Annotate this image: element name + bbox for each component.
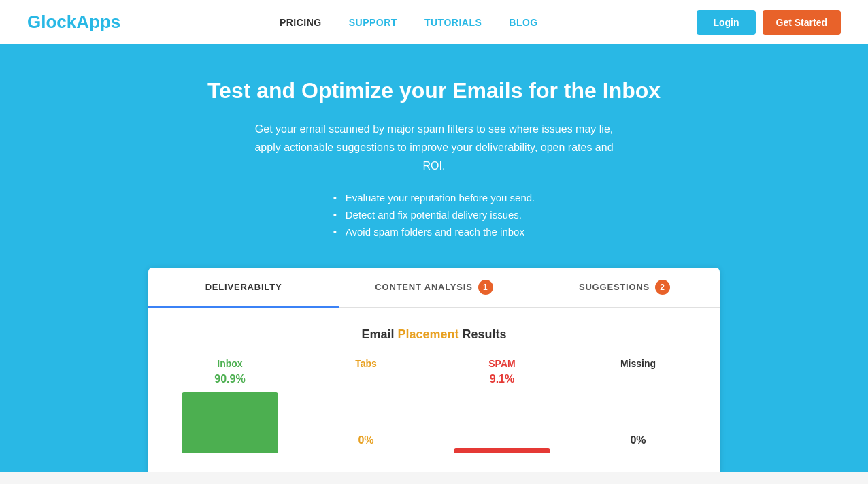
tabs-bar-container (305, 373, 427, 434)
placement-col-spam: SPAM 9.1% (441, 358, 563, 453)
bullet-2: Detect and fix potential delivery issues… (333, 209, 535, 221)
placement-grid: Inbox 90.9% Tabs 0% SPAM (169, 358, 699, 453)
tab-suggestions-label: SUGGESTIONS (579, 282, 650, 292)
inbox-bar (182, 392, 278, 453)
tab-content-analysis-label: CONTENT ANALYSIS (375, 282, 472, 292)
content-analysis-badge: 1 (478, 280, 493, 295)
login-button[interactable]: Login (697, 10, 755, 35)
placement-col-missing: Missing 0% (577, 358, 699, 453)
hero-section: Test and Optimize your Emails for the In… (0, 44, 868, 472)
hero-title: Test and Optimize your Emails for the In… (27, 78, 841, 103)
nav-tutorials[interactable]: TUTORIALS (424, 17, 482, 28)
results-title-orange: Placement (397, 327, 458, 341)
tab-suggestions[interactable]: SUGGESTIONS 2 (529, 268, 720, 307)
spam-pct: 9.1% (441, 373, 563, 385)
logo: GlockApps (27, 12, 120, 33)
results-title: Email Placement Results (169, 327, 699, 342)
spam-bar (454, 448, 550, 453)
placement-col-inbox: Inbox 90.9% (169, 358, 291, 453)
missing-label: Missing (577, 358, 699, 369)
tabs-label: Tabs (305, 358, 427, 369)
tabs-pct: 0% (305, 434, 427, 447)
spam-label: SPAM (441, 358, 563, 369)
nav-pricing[interactable]: PRICING (280, 17, 322, 28)
inbox-pct: 90.9% (169, 373, 291, 385)
missing-pct: 0% (577, 434, 699, 447)
header-buttons: Login Get Started (697, 10, 841, 35)
hero-bullets: Evaluate your reputation before you send… (333, 192, 535, 243)
tab-deliverability[interactable]: DELIVERABILTY (148, 268, 339, 308)
tabs-container: DELIVERABILTY CONTENT ANALYSIS 1 SUGGEST… (148, 268, 720, 308)
spam-bar-container (441, 392, 563, 453)
nav-support[interactable]: SUPPORT (349, 17, 397, 28)
tab-content-analysis[interactable]: CONTENT ANALYSIS 1 (339, 268, 529, 307)
inbox-label: Inbox (169, 358, 291, 369)
header: GlockApps PRICING SUPPORT TUTORIALS BLOG… (0, 0, 868, 44)
card-wrapper: DELIVERABILTY CONTENT ANALYSIS 1 SUGGEST… (27, 268, 841, 472)
hero-description: Get your email scanned by major spam fil… (250, 120, 618, 176)
bullet-3: Avoid spam folders and reach the inbox (333, 226, 535, 238)
tab-deliverability-label: DELIVERABILTY (205, 282, 282, 292)
placement-col-tabs: Tabs 0% (305, 358, 427, 453)
main-card: DELIVERABILTY CONTENT ANALYSIS 1 SUGGEST… (148, 268, 720, 472)
inbox-bar-container (169, 392, 291, 453)
logo-black: Glock (27, 12, 76, 32)
card-body: Email Placement Results Inbox 90.9% Tabs (148, 308, 720, 472)
get-started-button[interactable]: Get Started (763, 10, 841, 35)
logo-cyan: Apps (76, 12, 120, 32)
bullet-1: Evaluate your reputation before you send… (333, 192, 535, 204)
nav-blog[interactable]: BLOG (509, 17, 537, 28)
missing-bar-container (577, 373, 699, 434)
suggestions-badge: 2 (655, 280, 670, 295)
main-nav: PRICING SUPPORT TUTORIALS BLOG (280, 17, 538, 28)
